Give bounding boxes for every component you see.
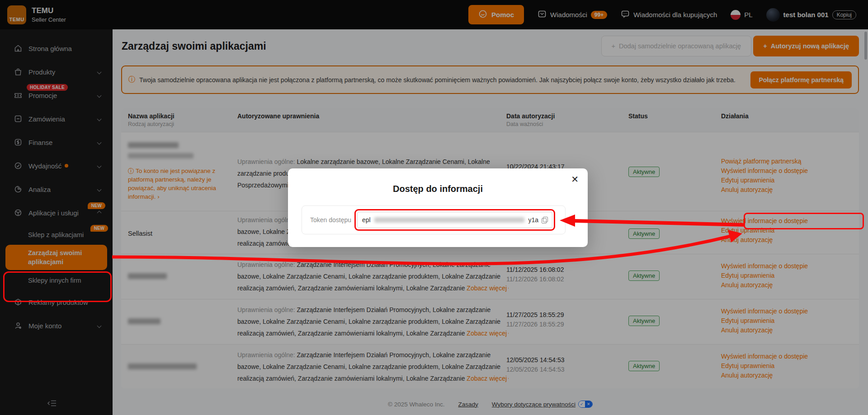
annotation-box-sidebar-item <box>3 271 112 302</box>
annotation-box-token-field <box>354 209 555 231</box>
modal-title: Dostęp do informacji <box>288 184 588 194</box>
access-info-modal: ✕ Dostęp do informacji Token dostępu epl… <box>288 168 588 247</box>
close-icon[interactable]: ✕ <box>571 174 579 185</box>
annotation-box-access-link <box>744 213 864 229</box>
token-label: Token dostępu <box>310 216 357 224</box>
token-row: Token dostępu epl y1a <box>302 205 566 234</box>
temu-seller-center-app: TEMU TEMU Seller Center Pomoc Wiadomości… <box>0 0 868 415</box>
